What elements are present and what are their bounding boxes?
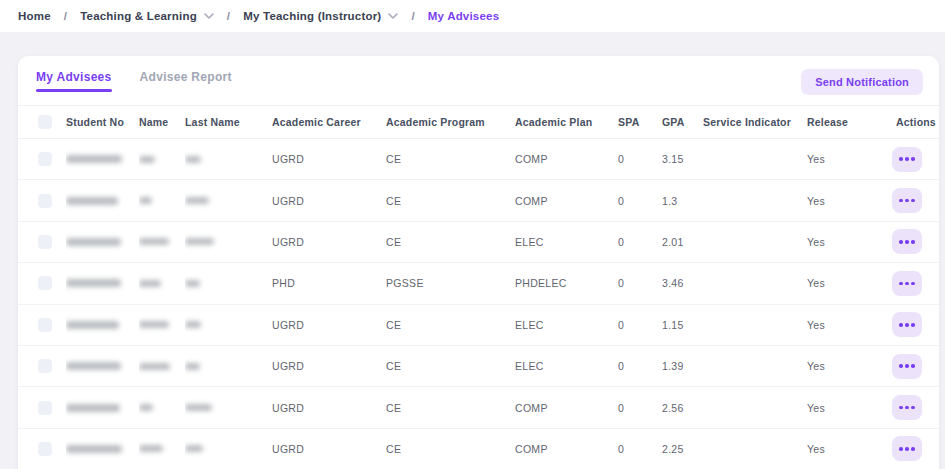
breadcrumb-label: My Teaching (Instructor) <box>243 10 381 22</box>
ellipsis-icon <box>905 364 909 368</box>
cell-release: Yes <box>807 304 890 345</box>
ellipsis-icon <box>905 282 909 286</box>
tab-advisee-report[interactable]: Advisee Report <box>140 56 232 105</box>
ellipsis-icon <box>905 157 909 161</box>
cell-academic-career: PHD <box>272 263 386 304</box>
column-header-actions: Actions <box>890 106 939 139</box>
cell-spa: 0 <box>618 304 662 345</box>
cell-academic-plan: ELEC <box>515 304 618 345</box>
breadcrumb-home[interactable]: Home <box>18 10 51 22</box>
cell-academic-program: PGSSE <box>386 263 515 304</box>
ellipsis-icon <box>899 240 903 244</box>
cell-academic-program: CE <box>386 139 515 180</box>
column-header-release: Release <box>807 106 890 139</box>
row-checkbox[interactable] <box>38 401 52 415</box>
row-checkbox[interactable] <box>38 235 52 249</box>
name-redacted <box>139 404 153 411</box>
row-actions-button[interactable] <box>892 436 922 461</box>
cell-academic-plan: COMP <box>515 387 618 428</box>
cell-release: Yes <box>807 345 890 386</box>
advisees-card: My Advisees Advisee Report Send Notifica… <box>18 56 939 469</box>
last-name-redacted <box>185 363 200 370</box>
cell-academic-plan: ELEC <box>515 345 618 386</box>
row-checkbox[interactable] <box>38 359 52 373</box>
cell-gpa: 3.15 <box>662 139 703 180</box>
row-actions-button[interactable] <box>892 147 922 172</box>
cell-gpa: 1.39 <box>662 345 703 386</box>
last-name-redacted <box>185 404 212 411</box>
ellipsis-icon <box>899 157 903 161</box>
cell-service-indicator <box>703 428 807 469</box>
cell-service-indicator <box>703 304 807 345</box>
column-header-career: Academic Career <box>272 106 386 139</box>
ellipsis-icon <box>899 364 903 368</box>
row-checkbox[interactable] <box>38 318 52 332</box>
cell-spa: 0 <box>618 139 662 180</box>
name-redacted <box>139 280 161 287</box>
ellipsis-icon <box>911 199 915 203</box>
column-header-program: Academic Program <box>386 106 515 139</box>
ellipsis-icon <box>905 199 909 203</box>
cell-academic-plan: COMP <box>515 139 618 180</box>
breadcrumb-my-teaching-instructor[interactable]: My Teaching (Instructor) <box>243 10 398 22</box>
row-actions-button[interactable] <box>892 395 922 420</box>
row-actions-button[interactable] <box>892 188 922 213</box>
chevron-down-icon[interactable] <box>388 13 398 19</box>
ellipsis-icon <box>911 240 915 244</box>
breadcrumb-teaching-and-learning[interactable]: Teaching & Learning <box>80 10 214 22</box>
breadcrumb-my-advisees: My Advisees <box>428 10 499 22</box>
ellipsis-icon <box>899 406 903 410</box>
cell-gpa: 2.25 <box>662 428 703 469</box>
row-checkbox[interactable] <box>38 194 52 208</box>
cell-academic-career: UGRD <box>272 180 386 221</box>
column-header-name: Name <box>139 106 185 139</box>
cell-academic-plan: PHDELEC <box>515 263 618 304</box>
ellipsis-icon <box>899 447 903 451</box>
row-checkbox[interactable] <box>38 152 52 166</box>
cell-academic-plan: COMP <box>515 428 618 469</box>
row-actions-button[interactable] <box>892 312 922 337</box>
cell-gpa: 2.01 <box>662 221 703 262</box>
student-no-redacted <box>66 155 122 163</box>
cell-academic-career: UGRD <box>272 387 386 428</box>
cell-service-indicator <box>703 139 807 180</box>
ellipsis-icon <box>911 157 915 161</box>
row-checkbox[interactable] <box>38 276 52 290</box>
cell-service-indicator <box>703 221 807 262</box>
student-no-redacted <box>66 404 120 412</box>
send-notification-button[interactable]: Send Notification <box>801 69 923 95</box>
row-actions-button[interactable] <box>892 229 922 254</box>
cell-academic-program: CE <box>386 387 515 428</box>
column-header-checkbox <box>18 106 66 139</box>
row-checkbox[interactable] <box>38 442 52 456</box>
table-row: UGRD CE ELEC 0 1.39 Yes <box>18 345 939 386</box>
cell-service-indicator <box>703 387 807 428</box>
ellipsis-icon <box>911 406 915 410</box>
cell-service-indicator <box>703 263 807 304</box>
breadcrumb-separator: / <box>64 10 67 22</box>
name-redacted <box>139 363 170 370</box>
cell-release: Yes <box>807 428 890 469</box>
row-actions-button[interactable] <box>892 271 922 296</box>
last-name-redacted <box>185 156 201 163</box>
advisees-table: Student NoNameLast NameAcademic CareerAc… <box>18 105 939 469</box>
cell-spa: 0 <box>618 221 662 262</box>
breadcrumb-separator: / <box>411 10 414 22</box>
select-all-checkbox[interactable] <box>38 115 52 129</box>
cell-spa: 0 <box>618 263 662 304</box>
ellipsis-icon <box>905 323 909 327</box>
student-no-redacted <box>66 279 121 287</box>
column-header-student_no: Student No <box>66 106 139 139</box>
cell-release: Yes <box>807 221 890 262</box>
cell-release: Yes <box>807 180 890 221</box>
last-name-redacted <box>185 321 201 328</box>
student-no-redacted <box>66 238 121 246</box>
student-no-redacted <box>66 197 118 205</box>
tab-my-advisees[interactable]: My Advisees <box>36 56 112 105</box>
cell-academic-career: UGRD <box>272 139 386 180</box>
table-row: PHD PGSSE PHDELEC 0 3.46 Yes <box>18 263 939 304</box>
row-actions-button[interactable] <box>892 354 922 379</box>
cell-spa: 0 <box>618 428 662 469</box>
chevron-down-icon[interactable] <box>204 13 214 19</box>
cell-academic-career: UGRD <box>272 428 386 469</box>
